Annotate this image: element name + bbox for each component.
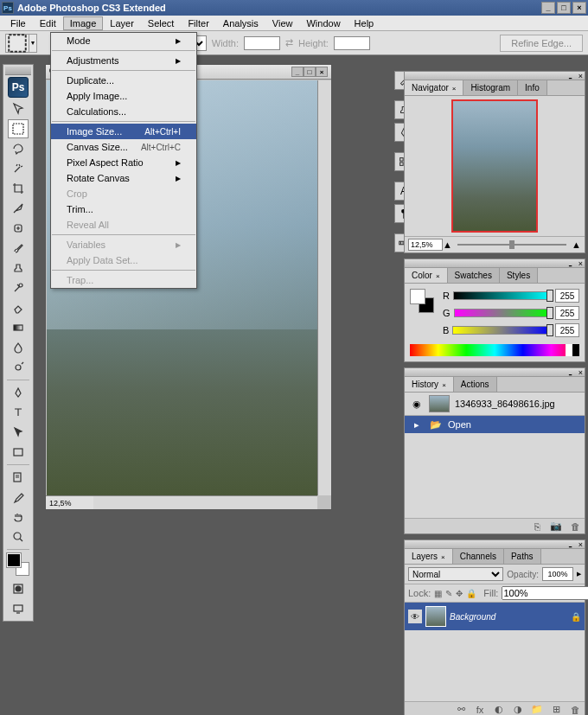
history-step[interactable]: ▸ 📂 Open — [405, 416, 585, 433]
history-slider-icon[interactable]: ▸ — [410, 418, 424, 431]
menu-item-calculations[interactable]: Calculations... — [51, 104, 196, 119]
stamp-tool[interactable] — [8, 259, 29, 278]
layer-name[interactable]: Background — [450, 612, 567, 622]
menu-item-pixel-aspect-ratio[interactable]: Pixel Aspect Ratio▶ — [51, 155, 196, 170]
navigator-zoom-input[interactable] — [408, 239, 443, 251]
tab-layers[interactable]: Layers× — [405, 549, 453, 564]
new-snapshot-icon[interactable]: 📷 — [550, 520, 562, 533]
type-tool[interactable] — [8, 403, 29, 422]
tab-history[interactable]: History× — [405, 377, 454, 392]
slice-tool[interactable] — [8, 199, 29, 218]
path-select-tool[interactable] — [8, 423, 29, 442]
panel-close-icon[interactable]: × — [578, 259, 583, 268]
zoom-slider[interactable] — [457, 240, 566, 249]
layer-thumbnail[interactable] — [425, 606, 446, 627]
horizontal-scrollbar[interactable] — [93, 495, 317, 509]
history-snapshot[interactable]: ◉ 1346933_86498616.jpg — [405, 393, 585, 416]
gradient-tool[interactable] — [8, 318, 29, 337]
doc-minimize-button[interactable]: _ — [291, 67, 304, 77]
new-doc-from-state-icon[interactable]: ⎘ — [531, 520, 543, 533]
pen-tool[interactable] — [8, 383, 29, 402]
panel-minimize-icon[interactable]: - — [568, 539, 572, 553]
eyedropper-tool[interactable] — [8, 488, 29, 507]
menu-item-trim[interactable]: Trim... — [51, 201, 196, 217]
r-value[interactable] — [555, 289, 579, 303]
link-layers-icon[interactable]: ⚯ — [455, 704, 467, 716]
history-brush-target-icon[interactable]: ◉ — [410, 398, 424, 410]
panel-minimize-icon[interactable]: - — [568, 367, 572, 381]
doc-close-button[interactable]: × — [316, 67, 328, 77]
color-swatches[interactable] — [7, 553, 29, 576]
eraser-tool[interactable] — [8, 298, 29, 317]
zoom-out-icon[interactable]: ▲ — [443, 239, 452, 250]
delete-state-icon[interactable]: 🗑 — [569, 520, 581, 533]
panel-close-icon[interactable]: × — [578, 540, 583, 549]
b-slider[interactable] — [452, 326, 552, 335]
vertical-scrollbar[interactable] — [317, 80, 331, 495]
healing-tool[interactable] — [8, 219, 29, 238]
move-tool[interactable] — [8, 99, 29, 118]
panel-grip[interactable]: -× — [405, 259, 585, 268]
menu-item-canvas-size[interactable]: Canvas Size...Alt+Ctrl+C — [51, 139, 196, 155]
lock-position-icon[interactable]: ✥ — [456, 587, 463, 599]
tab-histogram[interactable]: Histogram — [463, 80, 518, 95]
menu-analysis[interactable]: Analysis — [216, 16, 265, 30]
fg-color-chip[interactable] — [410, 289, 425, 304]
marquee-tool[interactable] — [8, 119, 29, 138]
width-input[interactable] — [244, 36, 280, 50]
menu-item-adjustments[interactable]: Adjustments▶ — [51, 53, 196, 68]
tab-swatches[interactable]: Swatches — [448, 268, 500, 283]
hand-tool[interactable] — [8, 508, 29, 527]
panel-close-icon[interactable]: × — [578, 368, 583, 377]
menu-image[interactable]: Image — [63, 16, 104, 30]
tab-color[interactable]: Color× — [405, 268, 448, 283]
g-value[interactable] — [555, 306, 579, 320]
wand-tool[interactable] — [8, 159, 29, 178]
color-spectrum[interactable] — [410, 344, 579, 356]
menu-select[interactable]: Select — [141, 16, 182, 30]
tool-preset-button[interactable] — [5, 34, 29, 53]
blur-tool[interactable] — [8, 338, 29, 357]
tab-channels[interactable]: Channels — [453, 549, 504, 564]
layer-style-icon[interactable]: fx — [474, 704, 486, 716]
adjustment-layer-icon[interactable]: ◑ — [512, 704, 524, 716]
color-picker-swatches[interactable] — [410, 289, 434, 313]
tools-header[interactable] — [5, 67, 31, 75]
b-value[interactable] — [555, 323, 579, 337]
zoom-in-icon[interactable]: ▲ — [572, 239, 581, 250]
tab-info[interactable]: Info — [518, 80, 547, 95]
window-close-button[interactable]: × — [572, 2, 586, 14]
opacity-flyout-icon[interactable]: ▶ — [577, 571, 581, 578]
window-maximize-button[interactable]: □ — [557, 2, 571, 14]
crop-tool[interactable] — [8, 179, 29, 198]
blend-mode-select[interactable]: Normal — [408, 567, 503, 581]
menu-file[interactable]: File — [3, 16, 33, 30]
swap-wh-icon[interactable]: ⇄ — [285, 37, 293, 48]
lock-transparency-icon[interactable]: ▦ — [434, 587, 442, 599]
menu-filter[interactable]: Filter — [181, 16, 215, 30]
opacity-input[interactable] — [542, 567, 573, 581]
panel-grip[interactable]: -× — [405, 540, 585, 549]
lock-pixels-icon[interactable]: ✎ — [445, 587, 452, 599]
panel-grip[interactable]: -× — [405, 368, 585, 377]
new-layer-icon[interactable]: ⊞ — [550, 704, 562, 716]
shape-tool[interactable] — [8, 443, 29, 462]
panel-minimize-icon[interactable]: - — [568, 259, 572, 272]
window-minimize-button[interactable]: _ — [541, 2, 555, 14]
dodge-tool[interactable] — [8, 358, 29, 377]
menu-item-rotate-canvas[interactable]: Rotate Canvas▶ — [51, 170, 196, 186]
history-brush-tool[interactable] — [8, 278, 29, 297]
panel-grip[interactable]: -× — [405, 72, 585, 80]
document-zoom[interactable]: 12,5% — [46, 495, 93, 509]
foreground-color-swatch[interactable] — [7, 553, 21, 567]
menu-item-apply-image[interactable]: Apply Image... — [51, 88, 196, 104]
notes-tool[interactable] — [8, 468, 29, 487]
menu-layer[interactable]: Layer — [103, 16, 141, 30]
refine-edge-button[interactable]: Refine Edge... — [500, 35, 583, 52]
menu-item-duplicate[interactable]: Duplicate... — [51, 73, 196, 88]
zoom-tool[interactable] — [8, 527, 29, 546]
layer-mask-icon[interactable]: ◐ — [493, 704, 505, 716]
tab-styles[interactable]: Styles — [500, 268, 538, 283]
lasso-tool[interactable] — [8, 139, 29, 158]
menu-item-image-size[interactable]: Image Size...Alt+Ctrl+I — [51, 124, 196, 139]
